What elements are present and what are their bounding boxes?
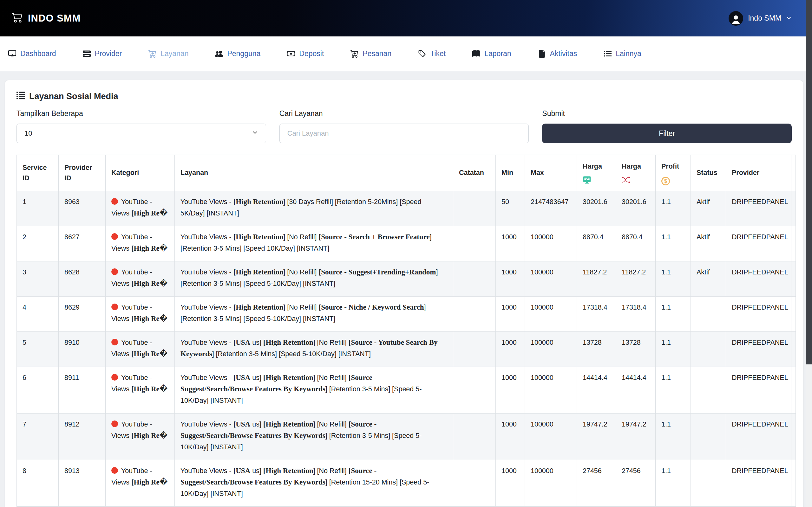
cell-harga-jual: 30201.6 — [616, 191, 656, 226]
table-row: 58910YouTube - Views [High Re�YouTube Vi… — [17, 332, 796, 367]
user-menu[interactable]: Indo SMM — [728, 11, 792, 26]
cell-catatan — [453, 191, 496, 226]
cell-max: 100000 — [525, 262, 577, 297]
page-scrollbar[interactable] — [806, 0, 812, 507]
nav-item-tiket[interactable]: Tiket — [418, 49, 446, 58]
cell-profit: 1.1 — [656, 332, 691, 367]
page-size-control: Tampilkan Beberapa 10 — [16, 109, 266, 143]
red-dot-icon — [111, 420, 118, 427]
cell-harga-jual: 19747.2 — [616, 413, 656, 460]
cell-layanan: YouTube Views - [High Retention] [30 Day… — [175, 191, 453, 226]
cell-harga-jual: 27456 — [616, 460, 656, 507]
table-row: 48629YouTube - Views [High Re�YouTube Vi… — [17, 297, 796, 332]
page-size-select[interactable]: 10 — [16, 124, 266, 143]
nav-item-label: Layanan — [160, 49, 189, 58]
red-dot-icon — [111, 268, 118, 275]
bold-segment: [USA — [234, 374, 251, 382]
services-panel: Layanan Sosial Media Tampilkan Beberapa … — [5, 80, 803, 507]
cell-service-id: 3 — [17, 262, 59, 297]
cell-provider: DRIPFEEDPANEL — [726, 460, 792, 507]
red-dot-icon — [111, 233, 118, 240]
cell-harga-jual: 11827.2 — [616, 262, 656, 297]
nav-item-label: Dashboard — [20, 49, 56, 58]
filter-button[interactable]: Filter — [542, 124, 792, 143]
cell-kategori: YouTube - Views [High Re� — [106, 226, 175, 262]
cart-plus-icon — [148, 50, 156, 58]
bold-segment: [High Retention — [263, 420, 313, 428]
brand: INDO SMM — [12, 12, 81, 25]
nav-item-dashboard[interactable]: Dashboard — [8, 49, 56, 58]
submit-control: Submit Filter — [542, 109, 792, 143]
column-header-harga1: Harga — [577, 155, 616, 191]
nav-item-label: Pesanan — [362, 49, 392, 58]
cell-harga-beli: 8870.4 — [577, 226, 616, 262]
cell-service-id: 8 — [17, 460, 59, 507]
nav-item-provider[interactable]: Provider — [83, 49, 122, 58]
cell-kategori: YouTube - Views [High Re� — [106, 191, 175, 226]
cell-service-id: 5 — [17, 332, 59, 367]
cell-profit: 1.1 — [656, 413, 691, 460]
cell-harga-beli: 14414.4 — [577, 367, 616, 413]
cell-kategori: YouTube - Views [High Re� — [106, 413, 175, 460]
nav-item-layanan[interactable]: Layanan — [148, 49, 189, 58]
file-icon — [538, 50, 546, 58]
bold-segment: [Source - Search + Browser Feature — [318, 233, 429, 241]
page-size-value: 10 — [24, 129, 32, 137]
search-input[interactable] — [280, 124, 529, 143]
scrollbar-thumb[interactable] — [806, 0, 812, 364]
avatar — [728, 11, 743, 26]
cell-status: Aktif — [691, 191, 726, 226]
cell-provider-id: 8628 — [59, 262, 106, 297]
cell-harga-beli: 11827.2 — [577, 262, 616, 297]
nav-item-lainnya[interactable]: Lainnya — [604, 49, 641, 58]
cell-provider-id: 8627 — [59, 226, 106, 262]
column-header-label: Profit — [661, 163, 679, 170]
column-header-min: Min — [496, 155, 525, 191]
list-icon — [604, 50, 612, 58]
red-dot-icon — [111, 467, 118, 474]
bold-segment: [High Retention — [234, 198, 284, 206]
cell-provider-id: 8910 — [59, 332, 106, 367]
cell-service-id: 6 — [17, 367, 59, 413]
nav-item-label: Laporan — [484, 49, 511, 58]
cell-kategori: YouTube - Views [High Re� — [106, 332, 175, 367]
cell-layanan: YouTube Views - [USA us] [High Retention… — [175, 413, 453, 460]
cell-status — [691, 297, 726, 332]
bold-segment: [High Re� — [131, 279, 167, 287]
nav-item-pesanan[interactable]: Pesanan — [351, 49, 392, 58]
cell-profit: 1.1 — [656, 297, 691, 332]
table-row: 38628YouTube - Views [High Re�YouTube Vi… — [17, 262, 796, 297]
cell-min: 1000 — [496, 413, 525, 460]
table-row: 18963YouTube - Views [High Re�YouTube Vi… — [17, 191, 796, 226]
cell-kategori: YouTube - Views [High Re� — [106, 460, 175, 507]
nav-item-pengguna[interactable]: Pengguna — [215, 49, 260, 58]
bold-segment: [USA — [234, 420, 251, 428]
cell-spacer — [792, 367, 796, 413]
cart-plus-icon — [351, 50, 358, 58]
nav-item-deposit[interactable]: Deposit — [287, 49, 324, 58]
cell-status — [691, 413, 726, 460]
table-body: 18963YouTube - Views [High Re�YouTube Vi… — [17, 191, 796, 507]
nav-item-laporan[interactable]: Laporan — [472, 49, 511, 58]
red-dot-icon — [111, 303, 118, 310]
page-size-label: Tampilkan Beberapa — [16, 109, 266, 118]
bold-segment: [High Retention — [263, 467, 313, 475]
cell-profit: 1.1 — [656, 191, 691, 226]
cell-profit: 1.1 — [656, 262, 691, 297]
bold-segment: [High Re� — [131, 209, 167, 217]
bold-segment: [Source - Suggest+Trending+Random — [318, 268, 436, 276]
cell-harga-beli: 17318.4 — [577, 297, 616, 332]
chevron-down-icon — [786, 14, 792, 22]
column-header-label: Provider ID — [64, 164, 92, 182]
column-header-service_id: Service ID — [17, 155, 59, 191]
bold-segment: [High Re� — [131, 432, 167, 440]
column-header-harga2: Harga — [616, 155, 656, 191]
book-icon — [472, 50, 480, 58]
bold-segment: [High Re� — [131, 315, 167, 323]
column-header-kategori: Kategori — [106, 155, 175, 191]
cell-provider: DRIPFEEDPANEL — [726, 226, 792, 262]
cell-catatan — [453, 226, 496, 262]
nav-item-aktivitas[interactable]: Aktivitas — [538, 49, 577, 58]
search-label: Cari Layanan — [280, 109, 529, 118]
nav-item-label: Pengguna — [227, 49, 260, 58]
